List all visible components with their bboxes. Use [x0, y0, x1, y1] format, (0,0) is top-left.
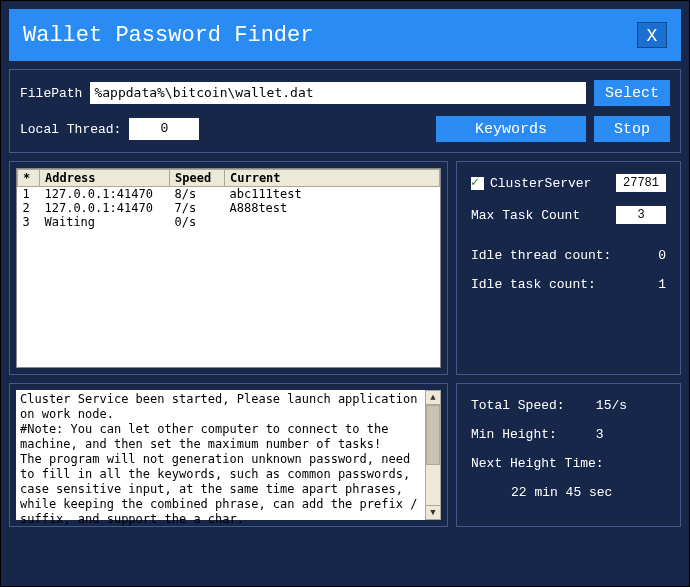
keywords-button[interactable]: Keywords [436, 116, 586, 142]
filepath-input[interactable]: %appdata%\bitcoin\wallet.dat [90, 82, 586, 104]
col-current[interactable]: Current [225, 170, 440, 187]
totalspeed-value: 15/s [596, 398, 627, 413]
nodes-table[interactable]: * Address Speed Current 1 127.0.0.1:4147… [16, 168, 441, 368]
stats-panel: Total Speed: 15/s Min Height: 3 Next Hei… [456, 383, 681, 527]
maxtask-label: Max Task Count [471, 208, 580, 223]
idletask-value: 1 [658, 277, 666, 292]
table-row[interactable]: 3 Waiting 0/s [18, 215, 440, 229]
cluster-panel: ClusterServer 27781 Max Task Count 3 Idl… [456, 161, 681, 375]
nodes-panel: * Address Speed Current 1 127.0.0.1:4147… [9, 161, 448, 375]
filepath-label: FilePath [20, 86, 82, 101]
nexttime-value: 22 min 45 sec [511, 485, 612, 500]
scroll-up-icon[interactable]: ▲ [426, 391, 440, 405]
stop-button[interactable]: Stop [594, 116, 670, 142]
col-speed[interactable]: Speed [170, 170, 225, 187]
config-panel: FilePath %appdata%\bitcoin\wallet.dat Se… [9, 69, 681, 153]
col-index[interactable]: * [18, 170, 40, 187]
col-address[interactable]: Address [40, 170, 170, 187]
localthread-input[interactable]: 0 [129, 118, 199, 140]
idlethread-value: 0 [658, 248, 666, 263]
title-bar: Wallet Password Finder X [9, 9, 681, 61]
clusterserver-label: ClusterServer [490, 176, 591, 191]
clusterserver-port[interactable]: 27781 [616, 174, 666, 192]
close-button[interactable]: X [637, 22, 667, 48]
minheight-value: 3 [596, 427, 604, 442]
log-textarea[interactable]: Cluster Service been started, Please lau… [16, 390, 441, 520]
scrollbar[interactable]: ▲ ▼ [425, 390, 441, 520]
scroll-down-icon[interactable]: ▼ [426, 505, 440, 519]
minheight-label: Min Height: [471, 427, 557, 442]
clusterserver-checkbox[interactable] [471, 177, 484, 190]
select-button[interactable]: Select [594, 80, 670, 106]
table-row[interactable]: 2 127.0.0.1:41470 7/s A888test [18, 201, 440, 215]
nexttime-label: Next Height Time: [471, 456, 604, 471]
idlethread-label: Idle thread count: [471, 248, 611, 263]
table-row[interactable]: 1 127.0.0.1:41470 8/s abc111test [18, 187, 440, 202]
app-title: Wallet Password Finder [23, 23, 313, 48]
maxtask-input[interactable]: 3 [616, 206, 666, 224]
log-panel: Cluster Service been started, Please lau… [9, 383, 448, 527]
totalspeed-label: Total Speed: [471, 398, 565, 413]
scroll-thumb[interactable] [426, 405, 440, 465]
idletask-label: Idle task count: [471, 277, 596, 292]
localthread-label: Local Thread: [20, 122, 121, 137]
